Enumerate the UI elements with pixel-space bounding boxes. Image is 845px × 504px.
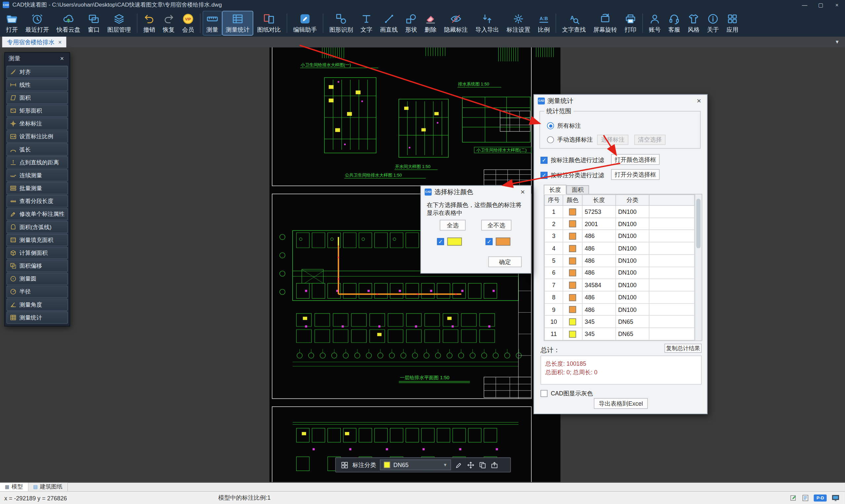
table-row[interactable]: 734584DN100: [545, 279, 694, 291]
table-row[interactable]: 4486DN100: [545, 242, 694, 254]
select-all-button[interactable]: 全选: [440, 220, 465, 231]
toolbar-item-apps[interactable]: 应用: [723, 11, 742, 36]
copy-icon[interactable]: [478, 461, 487, 469]
measure-tool-coordinate[interactable]: 坐标标注: [6, 118, 68, 130]
toolbar-item-style[interactable]: 风格: [684, 11, 703, 36]
measure-tool-batch[interactable]: 批量测量: [6, 182, 68, 195]
toolbar-item-screen-rotate[interactable]: 屏幕旋转: [589, 11, 621, 36]
color-checkbox[interactable]: ✓: [437, 238, 444, 245]
close-button[interactable]: ×: [829, 0, 845, 10]
toolbar-item-undo[interactable]: 撤销: [140, 11, 159, 36]
measure-tool-area-with-arc[interactable]: 面积(含弧线): [6, 221, 68, 233]
table-row[interactable]: 9486DN100: [545, 303, 694, 316]
table-row[interactable]: 157253DN100: [545, 205, 694, 218]
measure-tool-rect-area[interactable]: 矩形面积: [6, 105, 68, 117]
measure-tool-arc-length[interactable]: 弧长: [6, 143, 68, 156]
monitor-icon[interactable]: [831, 494, 839, 502]
maximize-button[interactable]: ▢: [813, 0, 829, 10]
table-row[interactable]: 11345DN65: [545, 328, 694, 340]
feedback-icon[interactable]: [790, 494, 797, 501]
copy-total-button[interactable]: 复制总计结果: [664, 344, 702, 353]
table-row[interactable]: 5486DN100: [545, 254, 694, 267]
toolbar-item-account[interactable]: 账号: [645, 11, 665, 36]
toolbar-item-shapes[interactable]: 形状: [402, 11, 421, 36]
toolbar-item-window[interactable]: 窗口: [84, 11, 104, 36]
table-row[interactable]: 3486DN100: [545, 230, 694, 242]
checkbox-color-filter[interactable]: ✓: [541, 157, 547, 164]
toolbar-item-edit-assistant[interactable]: 编辑助手: [289, 11, 321, 36]
open-class-selector-button[interactable]: 打开分类选择框: [611, 169, 660, 180]
checkbox-cad-gray[interactable]: [541, 390, 547, 397]
measure-tool-scale-setting[interactable]: A:B设置标注比例: [6, 130, 68, 143]
tab-list-dropdown-icon[interactable]: ▼: [835, 39, 840, 44]
minimize-button[interactable]: —: [796, 0, 813, 10]
measure-tool-continuous[interactable]: 连续测量: [6, 169, 68, 182]
tab-model[interactable]: ▦ 模型: [0, 483, 29, 491]
toolbar-item-compare[interactable]: 图纸对比: [253, 11, 285, 36]
toolbar-item-open[interactable]: 打开: [2, 11, 22, 36]
measure-tool-edit-annotation-props[interactable]: 修改单个标注属性: [6, 208, 68, 220]
stats-dialog-titlebar[interactable]: CAD 测量统计 ×: [534, 95, 707, 107]
export-icon[interactable]: [490, 461, 498, 469]
tab-close-icon[interactable]: ×: [58, 39, 62, 46]
tab-area[interactable]: 面积: [566, 185, 589, 194]
radio-manual-select[interactable]: [547, 136, 554, 143]
toolbar-item-draw-line[interactable]: 画直线: [376, 11, 402, 36]
class-dropdown[interactable]: DN65 ▼: [380, 460, 451, 470]
close-icon[interactable]: ×: [695, 96, 703, 105]
tab-length[interactable]: 长度: [544, 185, 567, 194]
toolbar-item-import-export[interactable]: 导入导出: [472, 11, 503, 36]
measure-tool-radius[interactable]: 半径: [6, 286, 68, 298]
color-checkbox[interactable]: ✓: [486, 238, 492, 245]
toolbar-item-text[interactable]: 文字: [357, 11, 376, 36]
toolbar-item-annotation-settings[interactable]: 标注设置: [503, 11, 534, 36]
pd-badge[interactable]: P-D: [814, 494, 827, 501]
close-icon[interactable]: ×: [518, 187, 527, 196]
toolbar-item-vip[interactable]: VIP会员: [178, 11, 198, 36]
toolbar-item-service[interactable]: 客服: [664, 11, 684, 36]
radio-all-annotations[interactable]: [547, 122, 554, 129]
edit-icon[interactable]: [455, 461, 463, 469]
measure-tool-linear[interactable]: 线性: [6, 78, 68, 91]
table-row[interactable]: 8486DN100: [545, 291, 694, 303]
select-none-button[interactable]: 全不选: [481, 220, 511, 231]
measure-tool-measure-circle[interactable]: 测量圆: [6, 273, 68, 285]
clear-selection-button[interactable]: 清空选择: [634, 135, 666, 145]
measure-tool-area[interactable]: 面积: [6, 91, 68, 104]
toolbar-item-about[interactable]: 关于: [703, 11, 723, 36]
measure-tool-angle[interactable]: 测量角度: [6, 299, 68, 311]
select-annotation-button[interactable]: 选择标注: [597, 135, 628, 145]
table-row[interactable]: 22001DN100: [545, 218, 694, 230]
table-scrollbar[interactable]: [695, 194, 702, 340]
toolbar-item-redo[interactable]: 恢复: [159, 11, 178, 36]
ok-button[interactable]: 确定: [488, 256, 522, 267]
color-dialog-titlebar[interactable]: CAD 选择标注颜色 ×: [421, 186, 531, 198]
table-row[interactable]: 10345DN65: [545, 316, 694, 328]
measure-tool-side-area[interactable]: 计算侧面积: [6, 247, 68, 259]
toolbar-item-scale[interactable]: A:B比例: [534, 11, 553, 36]
measure-panel-close-icon[interactable]: ×: [58, 55, 66, 62]
toolbar-item-shape-recognition[interactable]: 图形识别: [325, 11, 357, 36]
toolbar-item-delete[interactable]: 删除: [421, 11, 440, 36]
measure-tool-area-offset[interactable]: 面积偏移: [6, 260, 68, 272]
toolbar-item-measure[interactable]: 测量: [203, 11, 222, 36]
table-row[interactable]: 6486DN100: [545, 267, 694, 279]
toolbar-item-cloud[interactable]: 快看云盘: [53, 11, 84, 36]
note-icon[interactable]: [802, 494, 809, 501]
measure-tool-segment-length[interactable]: 查看分段长度: [6, 195, 68, 208]
tab-architecture-sheet[interactable]: ▤ 建筑图纸: [29, 483, 68, 491]
open-color-selector-button[interactable]: 打开颜色选择框: [611, 154, 660, 165]
toolbar-item-layers[interactable]: 图层管理: [103, 11, 135, 36]
toolbar-item-hide-annotation[interactable]: 隐藏标注: [440, 11, 472, 36]
export-excel-button[interactable]: 导出表格到Excel: [594, 398, 648, 409]
checkbox-class-filter[interactable]: ✓: [541, 172, 547, 179]
grid-icon[interactable]: [340, 461, 348, 469]
measure-tool-point-line-distance[interactable]: 点到直线的距离: [6, 156, 68, 169]
measure-tool-align[interactable]: 对齐: [6, 66, 68, 78]
move-icon[interactable]: [466, 461, 475, 469]
measure-tool-fill-area[interactable]: 测量填充面积: [6, 234, 68, 246]
scrollbar-thumb[interactable]: [697, 199, 701, 248]
measure-tool-stats[interactable]: 测量统计: [6, 311, 68, 324]
file-tab[interactable]: 专用宿舍楼给排水 ×: [2, 37, 67, 48]
toolbar-item-measure-stats[interactable]: 测量统计: [222, 11, 253, 36]
